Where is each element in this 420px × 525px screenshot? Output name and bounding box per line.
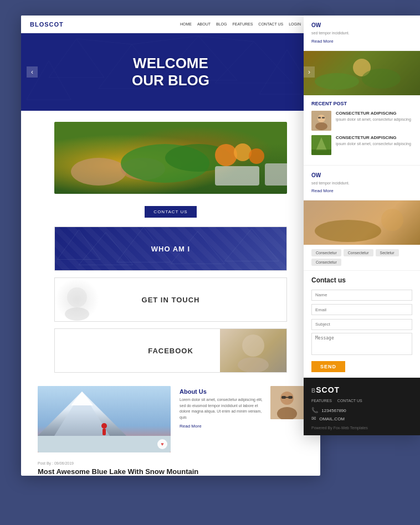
footer-logo: BSCOT	[311, 385, 412, 394]
tag-3[interactable]: Consectetur	[311, 259, 341, 266]
hero-text: WELCOME OUR BLOG	[132, 55, 209, 89]
heart-button[interactable]: ♥	[157, 439, 167, 449]
recent-post-title: RECENT POST	[311, 101, 412, 106]
rp-section1-title: OW	[311, 22, 412, 28]
svg-point-42	[315, 73, 359, 90]
hero-prev-button[interactable]: ‹	[27, 66, 38, 78]
tag-0[interactable]: Consectetur	[311, 249, 341, 256]
svg-point-23	[67, 287, 87, 307]
git-side-image	[55, 278, 99, 321]
svg-line-6	[76, 39, 132, 44]
contact-btn-wrap: CONTACT US	[21, 199, 320, 227]
blog-mountain-image	[38, 386, 171, 452]
fb-side-image	[220, 329, 286, 372]
svg-point-25	[242, 334, 264, 357]
rp-section2-text: sed tempor incididunt.	[311, 181, 412, 187]
contact-message-input[interactable]	[311, 333, 412, 355]
svg-point-46	[315, 122, 327, 130]
svg-rect-16	[215, 166, 259, 186]
recent-post-section: RECENT POST CONSECTETUR ADIPISCING ipsum…	[304, 95, 420, 166]
right-panel: OW sed tempor incididunt. Read More RECE…	[304, 16, 420, 435]
rp-post-sub-2: ipsum dolor sit amet, consectetur adipis…	[336, 142, 411, 146]
svg-point-24	[65, 307, 89, 321]
rp-section-2: OW sed tempor incididunt. Read More	[304, 166, 420, 201]
rp-thumb-2	[311, 135, 331, 155]
svg-point-15	[249, 148, 264, 164]
who-am-i-card[interactable]: WHO AM I	[54, 227, 287, 271]
who-am-i-label: WHO AM I	[151, 245, 190, 253]
blog-content: About Us Lorem dolor sit amet, consectet…	[180, 386, 304, 452]
svg-marker-3	[215, 42, 293, 83]
svg-rect-51	[311, 150, 331, 155]
blog-post-title: Most Awesome Blue Lake With Snow Mountai…	[21, 467, 320, 476]
svg-point-31	[101, 423, 107, 429]
footer-nav-features[interactable]: FEATURES	[311, 399, 332, 403]
rp-post-label-2: CONSECTETUR ADIPISCING	[336, 135, 411, 141]
nav-login[interactable]: LOGIN	[289, 22, 301, 26]
tags-section: Consectetur Consectetur Sectetur Consect…	[304, 245, 420, 271]
footer-email: ✉ OMAIL.COM	[311, 415, 412, 421]
svg-rect-48	[322, 117, 325, 119]
blog-image-wrap: ♥	[38, 386, 171, 452]
svg-line-7	[132, 36, 198, 44]
rp-section1-read-more[interactable]: Read More	[311, 39, 412, 44]
nav-contact[interactable]: CONTACT US	[258, 22, 283, 26]
tags-wrap: Consectetur Consectetur Sectetur Consect…	[311, 249, 412, 266]
svg-marker-0	[49, 39, 104, 78]
food-image	[54, 122, 287, 194]
rp-thumb-1	[311, 111, 331, 131]
svg-point-43	[362, 69, 401, 89]
email-icon: ✉	[311, 415, 316, 421]
contact-email-input[interactable]	[311, 304, 412, 315]
food-overlay	[54, 122, 287, 194]
footer-nav: FEATURES CONTACT US	[311, 399, 412, 403]
tag-2[interactable]: Sectetur	[376, 249, 399, 256]
svg-marker-18	[57, 230, 100, 260]
svg-rect-38	[288, 396, 293, 399]
svg-rect-33	[38, 436, 171, 452]
svg-point-14	[234, 143, 252, 161]
get-in-touch-card[interactable]: GET IN TOUCH	[54, 277, 287, 322]
svg-point-26	[238, 357, 269, 373]
nav-blog[interactable]: BLOG	[216, 22, 227, 26]
svg-rect-37	[281, 396, 286, 399]
nav-features[interactable]: FEATURES	[233, 22, 253, 26]
svg-marker-22	[225, 229, 279, 261]
outer-wrapper: BLOSCOT HOME ABOUT BLOG FEATURES CONTACT…	[0, 0, 420, 525]
site-footer: BSCOT FEATURES CONTACT US 📞 1234567890 ✉…	[304, 378, 420, 435]
svg-point-53	[315, 220, 381, 242]
svg-point-54	[381, 209, 403, 231]
rp-post-label-1: CONSECTETUR ADIPISCING	[336, 111, 411, 116]
nav-home[interactable]: HOME	[180, 22, 192, 26]
get-in-touch-label: GET IN TOUCH	[142, 296, 200, 304]
contact-form-section: Contact us SEND	[304, 271, 420, 378]
blog-read-more-link[interactable]: Read More	[180, 424, 304, 429]
contact-us-button[interactable]: CONTACT US	[145, 206, 196, 218]
facebook-card[interactable]: FACEBOOK	[54, 328, 287, 373]
contact-send-button[interactable]: SEND	[311, 361, 345, 372]
svg-rect-17	[265, 163, 287, 186]
contact-name-input[interactable]	[311, 290, 412, 301]
rp-post-info-2: CONSECTETUR ADIPISCING ipsum dolor sit a…	[336, 135, 411, 146]
rp-section1-text: sed tempor incididunt.	[311, 30, 412, 37]
widget-cards: WHO AM I GET IN TOUCH	[21, 227, 320, 373]
hero-title-line1: WELCOME OUR BLOG	[132, 55, 209, 89]
hero-next-button[interactable]: ›	[304, 66, 315, 78]
tag-1[interactable]: Consectetur	[344, 249, 373, 256]
main-site: BLOSCOT HOME ABOUT BLOG FEATURES CONTACT…	[21, 16, 320, 476]
svg-point-9	[71, 158, 126, 186]
contact-subject-input[interactable]	[311, 319, 412, 330]
rp-post-sub-1: ipsum dolor sit amet, consectetur adipis…	[336, 117, 411, 121]
recent-post-item-1: CONSECTETUR ADIPISCING ipsum dolor sit a…	[311, 111, 412, 131]
footer-nav-contact[interactable]: CONTACT US	[337, 399, 362, 403]
blog-post-meta: Post By : 09/06/2019	[21, 461, 320, 465]
nav-about[interactable]: ABOUT	[197, 22, 211, 26]
recent-post-item-2: CONSECTETUR ADIPISCING ipsum dolor sit a…	[311, 135, 412, 155]
rp-image-1	[304, 51, 420, 95]
contact-form-title: Contact us	[311, 276, 412, 284]
footer-phone: 📞 1234567890	[311, 407, 412, 413]
footer-copyright: Powered By Fox-Web Templates	[311, 426, 412, 430]
food-section	[21, 111, 320, 199]
rp-section2-read-more[interactable]: Read More	[311, 188, 412, 193]
rp-image-2	[304, 200, 420, 245]
